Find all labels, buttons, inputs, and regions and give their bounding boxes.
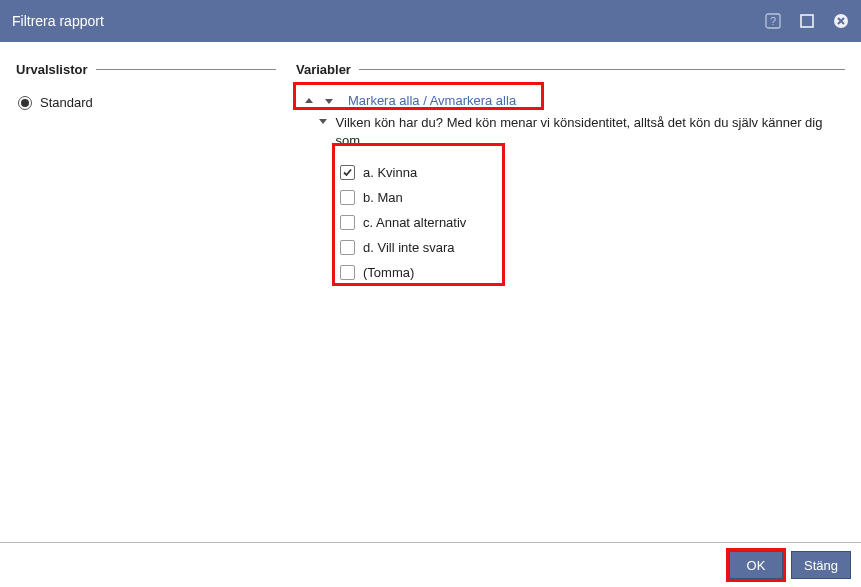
chevron-down-icon <box>316 114 330 128</box>
radio-icon <box>18 96 32 110</box>
option-row[interactable]: (Tomma) <box>332 260 845 285</box>
option-row[interactable]: d. Vill inte svara <box>332 235 845 260</box>
divider <box>359 69 845 70</box>
question-expand-row[interactable]: Vilken kön har du? Med kön menar vi köns… <box>296 112 845 150</box>
option-label: (Tomma) <box>363 265 414 280</box>
help-icon[interactable]: ? <box>765 13 781 29</box>
close-button[interactable]: Stäng <box>791 551 851 579</box>
option-label: a. Kvinna <box>363 165 417 180</box>
dialog-titlebar: Filtrera rapport ? <box>0 0 861 42</box>
option-row[interactable]: b. Man <box>332 185 845 210</box>
divider <box>96 69 276 70</box>
checkbox-icon <box>340 240 355 255</box>
checkbox-icon <box>340 190 355 205</box>
option-row[interactable]: c. Annat alternativ <box>332 210 845 235</box>
select-all-link[interactable]: Markera alla / Avmarkera alla <box>348 93 516 108</box>
checkbox-icon <box>340 265 355 280</box>
question-text: Vilken kön har du? Med kön menar vi köns… <box>336 114 839 150</box>
chevron-up-icon[interactable] <box>302 94 316 108</box>
option-label: b. Man <box>363 190 403 205</box>
dialog-footer: OK Stäng <box>0 542 861 587</box>
chevron-down-icon[interactable] <box>322 94 336 108</box>
radio-label: Standard <box>40 95 93 110</box>
svg-text:?: ? <box>770 15 776 27</box>
urvalslistor-legend: Urvalslistor <box>16 62 88 77</box>
option-label: c. Annat alternativ <box>363 215 466 230</box>
svg-rect-2 <box>801 15 813 27</box>
checkbox-icon <box>340 215 355 230</box>
checkbox-icon <box>340 165 355 180</box>
variabler-legend: Variabler <box>296 62 351 77</box>
radio-standard[interactable]: Standard <box>16 89 276 116</box>
option-row[interactable]: a. Kvinna <box>332 160 845 185</box>
dialog-title: Filtrera rapport <box>12 13 765 29</box>
maximize-icon[interactable] <box>799 13 815 29</box>
ok-button[interactable]: OK <box>729 551 783 579</box>
options-list: a. Kvinnab. Manc. Annat alternativd. Vil… <box>296 150 845 289</box>
option-label: d. Vill inte svara <box>363 240 455 255</box>
close-icon[interactable] <box>833 13 849 29</box>
